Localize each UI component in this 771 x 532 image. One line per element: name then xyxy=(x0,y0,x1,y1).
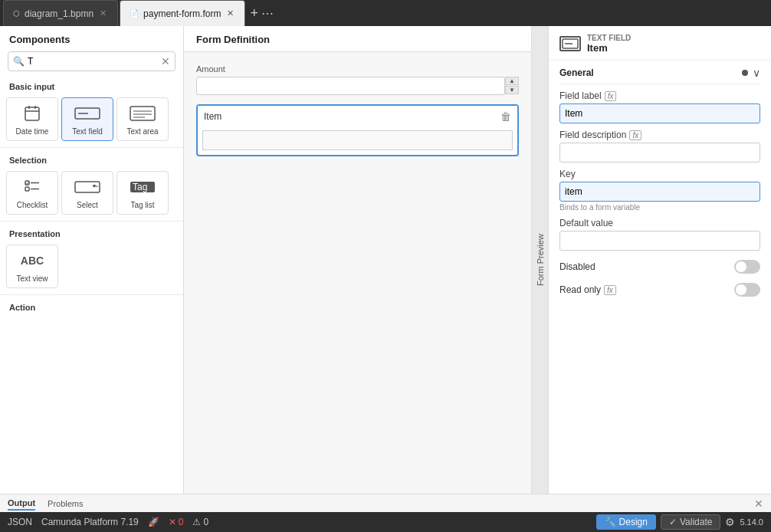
text-field-icon xyxy=(74,103,100,124)
error-count: 0 xyxy=(179,517,184,527)
section-action: Action xyxy=(0,298,183,315)
basic-input-grid: Date time Text field xyxy=(0,94,183,144)
field-description-row: Field description fx xyxy=(559,130,760,163)
design-button[interactable]: 🔧 Design xyxy=(596,514,656,530)
design-icon: 🔧 xyxy=(605,517,616,527)
more-options-icon[interactable]: ⋯ xyxy=(261,6,274,21)
read-only-label-group: Read only fx xyxy=(559,284,616,295)
field-type-icon xyxy=(559,36,581,51)
key-row: Key item Binds to a form variable xyxy=(559,169,760,212)
svg-rect-14 xyxy=(75,182,100,192)
read-only-fx[interactable]: fx xyxy=(604,285,616,295)
item-field-delete-icon[interactable]: 🗑 xyxy=(500,110,511,123)
amount-scroll-arrows: ▲ ▼ xyxy=(505,77,519,95)
amount-down-arrow[interactable]: ▼ xyxy=(505,86,519,94)
item-field-wrapper[interactable]: Item 🗑 xyxy=(196,104,519,156)
field-description-label: Field description fx xyxy=(559,130,760,140)
form-preview-label[interactable]: Form Preview xyxy=(532,26,549,494)
error-icon: ✕ xyxy=(169,517,176,527)
section-presentation: Presentation xyxy=(0,225,183,241)
form-panel: Form Definition Amount ▲ ▼ Item 🗑 xyxy=(184,26,532,494)
json-label[interactable]: JSON xyxy=(8,517,32,527)
read-only-toggle[interactable] xyxy=(734,283,760,297)
field-label-fx[interactable]: fx xyxy=(605,91,617,101)
diagram-icon: ⬡ xyxy=(13,9,20,18)
field-preview-header: TEXT FIELD Item xyxy=(549,26,771,61)
field-label-input[interactable]: Item xyxy=(559,103,760,123)
section-basic-input: Basic input xyxy=(0,77,183,94)
disabled-toggle[interactable] xyxy=(734,260,760,274)
text-view-icon: ABC xyxy=(21,250,44,271)
component-text-field[interactable]: Text field xyxy=(61,97,113,141)
amount-label: Amount xyxy=(196,64,519,74)
svg-rect-6 xyxy=(130,107,155,120)
component-checklist[interactable]: Checklist xyxy=(6,171,58,215)
tab-payment-form-label: payment-form.form xyxy=(143,8,221,19)
default-value-input[interactable] xyxy=(559,231,760,251)
text-area-icon xyxy=(130,103,156,124)
search-clear-icon[interactable]: ✕ xyxy=(161,55,170,67)
key-label-text: Key xyxy=(559,169,576,179)
text-view-label: Text view xyxy=(16,274,48,283)
component-select[interactable]: Select xyxy=(61,171,113,215)
search-input[interactable]: T xyxy=(28,56,158,67)
checklist-icon xyxy=(23,176,41,198)
form-canvas[interactable]: Amount ▲ ▼ Item 🗑 xyxy=(184,52,531,494)
section-selection: Selection xyxy=(0,151,183,168)
item-field-input-area[interactable] xyxy=(202,130,513,150)
components-title: Components xyxy=(0,26,183,51)
tab-payment-form-close[interactable]: ✕ xyxy=(225,8,235,18)
general-section-title: General xyxy=(559,67,594,78)
amount-input[interactable] xyxy=(196,77,505,95)
select-icon xyxy=(74,176,100,198)
read-only-toggle-row: Read only fx xyxy=(559,280,760,300)
amount-field-container: Amount ▲ ▼ xyxy=(196,64,519,95)
svg-text:Tag: Tag xyxy=(133,182,147,192)
error-indicator: ✕ 0 xyxy=(169,517,184,527)
output-close-icon[interactable]: ✕ xyxy=(754,498,763,510)
validate-button[interactable]: ✓ Validate xyxy=(661,514,720,530)
text-area-label: Text area xyxy=(126,127,158,136)
output-tab-output[interactable]: Output xyxy=(8,497,35,511)
settings-icon[interactable]: ⚙ xyxy=(725,516,735,528)
amount-up-arrow[interactable]: ▲ xyxy=(505,77,519,85)
item-field-name: Item xyxy=(204,111,221,122)
components-panel: Components 🔍 T ✕ Basic input xyxy=(0,26,184,494)
default-value-text: Default value xyxy=(559,218,613,228)
properties-general-section: General ∨ Field label fx Item Field desc… xyxy=(549,61,771,303)
field-label-label: Field label fx xyxy=(559,90,760,101)
tab-diagram-label: diagram_1.bpmn xyxy=(25,8,94,19)
design-label: Design xyxy=(619,517,648,527)
svg-rect-0 xyxy=(25,107,39,120)
tab-diagram[interactable]: ⬡ diagram_1.bpmn ✕ xyxy=(3,0,118,26)
component-date-time[interactable]: Date time xyxy=(6,97,58,141)
output-tab-problems[interactable]: Problems xyxy=(48,498,83,510)
selection-grid: Checklist Select xyxy=(0,168,183,218)
field-description-input[interactable] xyxy=(559,143,760,163)
tab-diagram-close[interactable]: ✕ xyxy=(98,8,108,18)
section-expand-icon[interactable]: ∨ xyxy=(753,67,760,79)
date-time-icon xyxy=(23,103,41,124)
component-text-view[interactable]: ABC Text view xyxy=(6,245,58,288)
new-tab-button[interactable]: + xyxy=(250,5,258,21)
tab-payment-form[interactable]: 📄 payment-form.form ✕ xyxy=(120,0,245,26)
component-text-area[interactable]: Text area xyxy=(116,97,169,141)
component-tag-list[interactable]: Tag Tag list xyxy=(116,171,169,215)
read-only-label: Read only xyxy=(559,284,601,295)
validate-icon: ✓ xyxy=(669,517,677,527)
field-description-fx[interactable]: fx xyxy=(629,130,641,140)
components-scroll: Basic input Date time xyxy=(0,77,183,494)
key-input[interactable]: item xyxy=(559,182,760,202)
section-indicator xyxy=(742,70,748,76)
text-field-label: Text field xyxy=(72,127,102,136)
checklist-label: Checklist xyxy=(17,201,48,209)
form-icon: 📄 xyxy=(130,9,139,18)
tag-list-label: Tag list xyxy=(130,201,154,209)
rocket-icon: 🚀 xyxy=(148,517,159,527)
general-section-header: General ∨ xyxy=(559,61,760,84)
field-label-row: Field label fx Item xyxy=(559,90,760,123)
item-field-header: Item 🗑 xyxy=(198,106,517,127)
default-value-row: Default value xyxy=(559,218,760,251)
status-bar: JSON Camunda Platform 7.19 🚀 ✕ 0 ⚠ 0 🔧 D… xyxy=(0,512,771,532)
output-bar: Output Problems ✕ xyxy=(0,494,771,512)
